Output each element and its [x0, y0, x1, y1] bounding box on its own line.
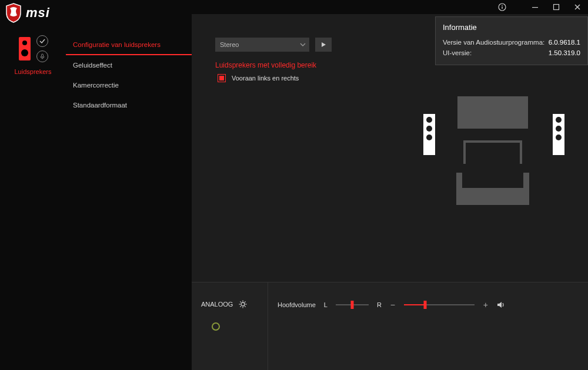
svg-rect-3: [532, 7, 538, 8]
svg-point-13: [241, 302, 245, 306]
svg-marker-22: [497, 302, 502, 308]
msi-shield-icon: [5, 2, 22, 23]
volume-up-button[interactable]: +: [483, 300, 489, 310]
svg-line-18: [240, 301, 241, 302]
brand-text: msi: [26, 5, 50, 21]
nav-default-format[interactable]: Standaardformaat: [66, 95, 192, 115]
device-sidebar: Luidsprekers: [0, 35, 66, 75]
driver-version-label: Versie van Audiostuurprogramma:: [443, 39, 544, 46]
minimize-icon: [532, 4, 539, 11]
left-speaker-visual[interactable]: [423, 114, 435, 155]
maximize-icon: [553, 4, 560, 11]
mic-icon: [39, 53, 45, 59]
full-range-title: Luidsprekers met volledig bereik: [215, 61, 316, 69]
info-icon: [498, 3, 506, 11]
front-lr-label: Vooraan links en rechts: [232, 75, 299, 82]
balance-left-label: L: [324, 301, 328, 308]
info-panel: Informatie Versie van Audiostuurprogramm…: [435, 16, 588, 65]
nav-sound-effect[interactable]: Geluidseffect: [66, 55, 192, 75]
close-button[interactable]: [567, 0, 588, 14]
ui-version-label: UI-versie:: [443, 49, 472, 56]
checkbox-checked-icon: [219, 76, 224, 80]
volume-slider[interactable]: [404, 301, 475, 308]
svg-line-19: [245, 306, 246, 307]
select-value: Stereo: [220, 41, 239, 48]
balance-right-label: R: [377, 301, 382, 308]
volume-panel: Hoofdvolume L R − +: [268, 282, 588, 370]
connector-panel: ANALOOG: [192, 282, 268, 370]
svg-rect-1: [502, 6, 502, 9]
minimize-button[interactable]: [524, 0, 546, 14]
ui-version-value: 1.50.319.0: [549, 49, 580, 56]
speakers-icon[interactable]: [18, 37, 32, 60]
settings-nav: Configuratie van luidsprekers Geluidseff…: [66, 35, 192, 115]
desk-top-visual: [463, 140, 522, 164]
check-icon: [39, 38, 45, 44]
front-lr-checkbox[interactable]: [218, 74, 226, 82]
maximize-button[interactable]: [546, 0, 567, 14]
speaker-config-select[interactable]: Stereo: [215, 38, 309, 52]
gear-icon[interactable]: [239, 300, 247, 308]
svg-line-20: [245, 301, 246, 302]
svg-rect-10: [42, 54, 44, 57]
device-default-toggle[interactable]: [36, 35, 48, 47]
svg-point-8: [22, 41, 27, 45]
close-icon: [574, 4, 581, 11]
test-play-button[interactable]: [315, 38, 332, 52]
nav-speaker-config[interactable]: Configuratie van luidsprekers: [66, 35, 192, 55]
titlebar: [0, 0, 588, 14]
app-logo: msi: [5, 2, 50, 23]
info-title: Informatie: [443, 23, 580, 32]
device-mute-toggle[interactable]: [36, 51, 48, 62]
monitor-visual: [457, 96, 528, 129]
svg-point-9: [21, 49, 28, 56]
room-visual: [423, 96, 564, 220]
chevron-down-icon: [300, 42, 306, 48]
svg-marker-12: [322, 42, 326, 47]
info-button[interactable]: [492, 0, 513, 14]
svg-line-21: [240, 306, 241, 307]
main-volume-label: Hoofdvolume: [278, 301, 316, 308]
volume-down-button[interactable]: −: [390, 300, 396, 310]
driver-version-value: 6.0.9618.1: [549, 39, 580, 46]
balance-slider[interactable]: [336, 301, 369, 308]
connector-label: ANALOOG: [201, 301, 233, 308]
svg-rect-4: [554, 5, 559, 10]
right-speaker-visual[interactable]: [553, 114, 564, 155]
footer-panel: ANALOOG Hoofdvolume L R −: [192, 282, 588, 370]
mute-icon[interactable]: [497, 301, 505, 309]
nav-room-correction[interactable]: Kamercorrectie: [66, 75, 192, 95]
play-icon: [320, 42, 326, 48]
svg-rect-2: [502, 5, 502, 6]
analog-jack-indicator[interactable]: [212, 322, 220, 331]
device-label: Luidsprekers: [15, 68, 52, 75]
main-panel: Stereo Luidsprekers met volledig bereik …: [192, 14, 588, 282]
